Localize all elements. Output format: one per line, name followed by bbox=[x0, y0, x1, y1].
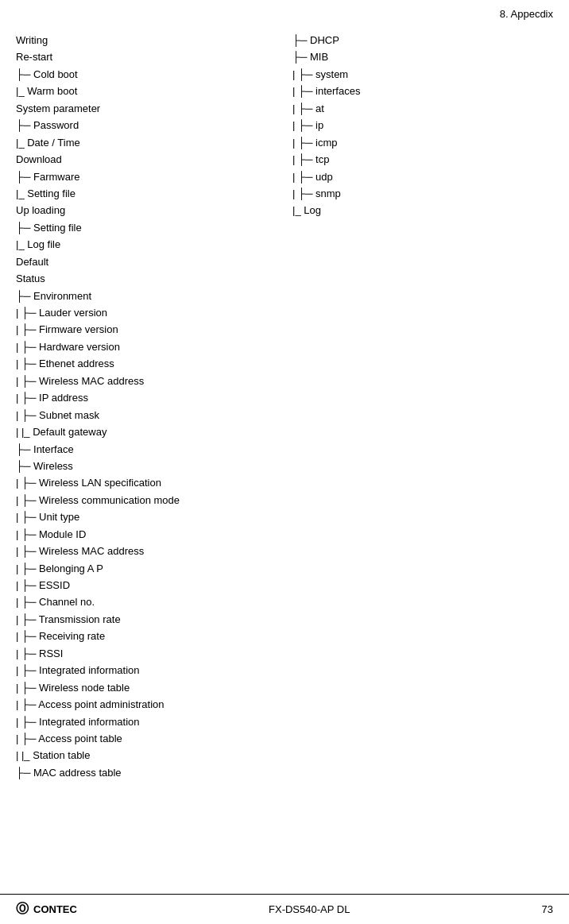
page-header: 8. Appecdix bbox=[0, 0, 569, 24]
left-tree-item: | ├─ Wireless MAC address bbox=[16, 373, 277, 389]
left-tree-item: | ├─ Access point administration bbox=[16, 696, 277, 713]
contec-logo-icon: Ⓞ bbox=[16, 901, 29, 918]
right-tree-item: ├─ DHCP bbox=[292, 32, 553, 48]
left-tree-item: System parameter bbox=[16, 100, 277, 117]
right-tree-item: ├─ MIB bbox=[292, 48, 553, 65]
left-tree-item: | ├─ Lauder version bbox=[16, 304, 277, 321]
footer-page-number: 73 bbox=[542, 903, 553, 915]
left-tree-item: ├─ Interface bbox=[16, 441, 277, 458]
left-tree-item: ├─ Farmware bbox=[16, 168, 277, 185]
left-tree-item: | ├─ Access point table bbox=[16, 730, 277, 747]
right-tree-item: | ├─ system bbox=[292, 66, 553, 83]
left-tree-item: | ├─ Integrated information bbox=[16, 713, 277, 730]
left-tree-item: | ├─ Wireless MAC address bbox=[16, 543, 277, 559]
left-tree-item: | ├─ Firmware version bbox=[16, 321, 277, 338]
chapter-title: 8. Appecdix bbox=[500, 8, 553, 20]
left-tree-item: | |_ Station table bbox=[16, 747, 277, 764]
left-tree-item: Download bbox=[16, 151, 277, 168]
left-tree-item: | ├─ Transmission rate bbox=[16, 611, 277, 628]
left-tree-item: | ├─ Receiving rate bbox=[16, 628, 277, 644]
left-tree-item: |_ Setting file bbox=[16, 185, 277, 202]
left-tree-item: | ├─ IP address bbox=[16, 389, 277, 406]
left-tree-item: Writing bbox=[16, 32, 277, 48]
left-tree-item: Re-start bbox=[16, 48, 277, 65]
right-tree-item: | ├─ snmp bbox=[292, 185, 553, 202]
right-tree-item: | ├─ udp bbox=[292, 168, 553, 185]
left-tree-item: | ├─ Integrated information bbox=[16, 662, 277, 679]
left-tree-item: ├─ Wireless bbox=[16, 458, 277, 474]
left-tree-item: Up loading bbox=[16, 202, 277, 218]
left-tree-item: | ├─ Unit type bbox=[16, 508, 277, 525]
right-column: ├─ DHCP├─ MIB| ├─ system| ├─ interfaces|… bbox=[284, 32, 553, 781]
left-tree-item: | ├─ Channel no. bbox=[16, 593, 277, 610]
left-tree-item: | ├─ Ethenet address bbox=[16, 355, 277, 372]
left-tree-item: ├─ Setting file bbox=[16, 219, 277, 236]
left-tree-item: ├─ MAC address table bbox=[16, 764, 277, 781]
left-tree-item: | ├─ Module ID bbox=[16, 526, 277, 543]
right-tree-item: |_ Log bbox=[292, 202, 553, 218]
left-tree-item: ├─ Cold boot bbox=[16, 66, 277, 83]
left-tree-item: |_ Warm boot bbox=[16, 83, 277, 99]
left-tree-item: ├─ Password bbox=[16, 117, 277, 133]
left-tree-item: | ├─ RSSI bbox=[16, 645, 277, 662]
left-tree-item: | ├─ Subnet mask bbox=[16, 407, 277, 423]
right-tree-item: | ├─ interfaces bbox=[292, 83, 553, 99]
footer-model: FX-DS540-AP DL bbox=[269, 903, 350, 915]
left-tree-item: | |_ Default gateway bbox=[16, 423, 277, 440]
left-tree-item: Default bbox=[16, 253, 277, 270]
footer-logo-text: CONTEC bbox=[33, 903, 77, 915]
left-tree-item: ├─ Environment bbox=[16, 288, 277, 304]
left-tree-item: | ├─ Belonging A P bbox=[16, 560, 277, 577]
left-tree-item: |_ Log file bbox=[16, 236, 277, 253]
left-tree-item: Status bbox=[16, 270, 277, 287]
left-tree-item: | ├─ Wireless node table bbox=[16, 679, 277, 696]
left-column: WritingRe-start├─ Cold boot|_ Warm bootS… bbox=[16, 32, 284, 781]
page-footer: Ⓞ CONTEC FX-DS540-AP DL 73 bbox=[0, 894, 569, 924]
left-tree-item: | ├─ ESSID bbox=[16, 577, 277, 593]
right-tree-item: | ├─ ip bbox=[292, 117, 553, 133]
left-tree-item: | ├─ Wireless communication mode bbox=[16, 492, 277, 508]
right-tree-item: | ├─ tcp bbox=[292, 151, 553, 168]
right-tree-item: | ├─ icmp bbox=[292, 134, 553, 151]
footer-logo: Ⓞ CONTEC bbox=[16, 901, 77, 918]
left-tree-item: | ├─ Wireless LAN specification bbox=[16, 474, 277, 491]
left-tree-item: | ├─ Hardware version bbox=[16, 338, 277, 355]
left-tree-item: |_ Date / Time bbox=[16, 134, 277, 151]
right-tree-item: | ├─ at bbox=[292, 100, 553, 117]
